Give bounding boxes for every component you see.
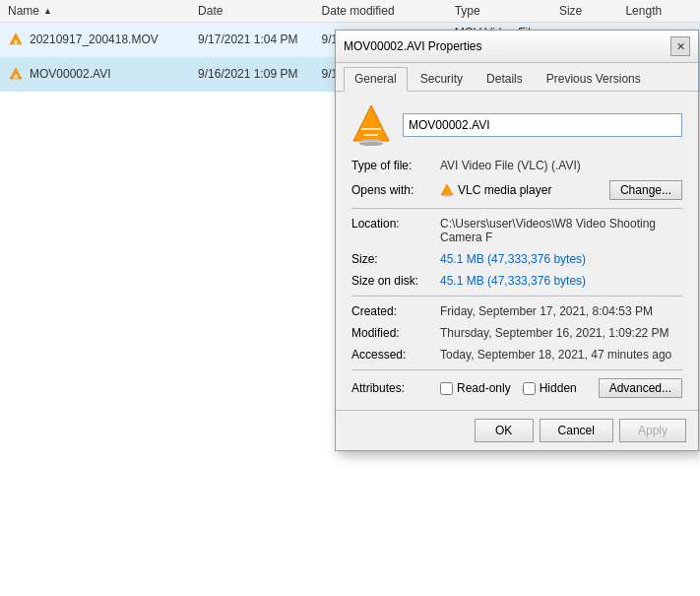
col-header-size[interactable]: Size (559, 4, 626, 18)
location-value: C:\Users\user\Videos\W8 Video Shooting C… (440, 217, 682, 244)
opens-with-name: VLC media player (440, 183, 551, 197)
col-header-date[interactable]: Date (198, 4, 321, 18)
advanced-button[interactable]: Advanced... (599, 378, 682, 398)
vlc-small-icon (440, 183, 454, 197)
svg-point-2 (13, 43, 19, 45)
readonly-checkbox-label[interactable]: Read-only (440, 381, 511, 395)
modified-row: Modified: Thursday, September 16, 2021, … (351, 326, 682, 340)
type-of-file-row: Type of file: AVI Video File (VLC) (.AVI… (351, 159, 682, 172)
modified-label: Modified: (351, 326, 440, 340)
file-name-cell: MOV00002.AVI (8, 66, 198, 82)
col-header-datemod[interactable]: Date modified (322, 4, 455, 18)
attr-controls: Read-only Hidden Advanced... (440, 378, 682, 398)
size-on-disk-row: Size on disk: 45.1 MB (47,333,376 bytes) (351, 274, 682, 288)
opens-with-content: VLC media player Change... (440, 180, 682, 200)
tab-security[interactable]: Security (410, 67, 474, 91)
svg-point-5 (13, 78, 19, 80)
cancel-button[interactable]: Cancel (540, 419, 613, 442)
col-header-length[interactable]: Length (625, 4, 692, 18)
created-label: Created: (351, 304, 440, 318)
hidden-checkbox[interactable] (523, 382, 536, 395)
svg-point-13 (443, 195, 451, 197)
file-date: 9/16/2021 1:09 PM (198, 67, 321, 81)
accessed-value: Today, September 18, 2021, 47 minutes ag… (440, 348, 682, 362)
sort-icon: ▲ (43, 6, 52, 16)
hidden-checkbox-label[interactable]: Hidden (523, 381, 577, 395)
close-button[interactable]: ✕ (670, 36, 690, 56)
divider-2 (351, 296, 682, 297)
created-row: Created: Friday, September 17, 2021, 8:0… (351, 304, 682, 318)
svg-rect-4 (15, 75, 18, 78)
svg-rect-1 (15, 40, 18, 43)
size-on-disk-value: 45.1 MB (47,333,376 bytes) (440, 274, 682, 288)
size-on-disk-label: Size on disk: (351, 274, 440, 288)
divider-1 (351, 208, 682, 209)
type-label: Type of file: (351, 159, 440, 172)
dialog-content: Type of file: AVI Video File (VLC) (.AVI… (336, 92, 698, 410)
readonly-checkbox[interactable] (440, 382, 453, 395)
accessed-row: Accessed: Today, September 18, 2021, 47 … (351, 348, 682, 362)
dialog-title: MOV00002.AVI Properties (344, 39, 482, 53)
size-value: 45.1 MB (47,333,376 bytes) (440, 252, 682, 266)
location-row: Location: C:\Users\user\Videos\W8 Video … (351, 217, 682, 244)
col-header-type[interactable]: Type (455, 4, 559, 18)
size-label: Size: (351, 252, 440, 266)
col-header-name[interactable]: Name ▲ (8, 4, 198, 18)
svg-point-11 (359, 142, 383, 146)
modified-value: Thursday, September 16, 2021, 1:09:22 PM (440, 326, 682, 340)
opens-with-label: Opens with: (351, 183, 440, 197)
vlc-icon (8, 66, 24, 82)
dialog-tabs: General Security Details Previous Versio… (336, 63, 698, 92)
file-header-row (351, 103, 682, 147)
file-date: 9/17/2021 1:04 PM (198, 33, 321, 46)
change-button[interactable]: Change... (609, 180, 682, 200)
file-name-cell: 20210917_200418.MOV (8, 32, 198, 47)
dialog-titlebar: MOV00002.AVI Properties ✕ (336, 31, 698, 63)
apply-button[interactable]: Apply (619, 419, 686, 442)
tab-previous-versions[interactable]: Previous Versions (536, 67, 652, 91)
opens-with-app: VLC media player (458, 183, 551, 197)
tab-details[interactable]: Details (476, 67, 534, 91)
accessed-label: Accessed: (351, 348, 440, 362)
explorer-header: Name ▲ Date Date modified Type Size Leng… (0, 0, 700, 23)
location-label: Location: (351, 217, 440, 244)
properties-dialog: MOV00002.AVI Properties ✕ General Securi… (335, 30, 699, 451)
attributes-label: Attributes: (351, 381, 440, 395)
type-value: AVI Video File (VLC) (.AVI) (440, 159, 682, 172)
size-row: Size: 45.1 MB (47,333,376 bytes) (351, 252, 682, 266)
divider-3 (351, 369, 682, 370)
filename-input[interactable] (403, 113, 682, 137)
vlc-icon-large (351, 103, 391, 147)
created-value: Friday, September 17, 2021, 8:04:53 PM (440, 304, 682, 318)
opens-with-row: Opens with: VLC media player Change... (351, 180, 682, 200)
ok-button[interactable]: OK (475, 419, 534, 442)
dialog-footer: OK Cancel Apply (336, 410, 698, 450)
vlc-icon (8, 32, 24, 47)
attributes-row: Attributes: Read-only Hidden Advanced... (351, 378, 682, 398)
tab-general[interactable]: General (344, 67, 408, 92)
svg-marker-12 (441, 184, 453, 195)
